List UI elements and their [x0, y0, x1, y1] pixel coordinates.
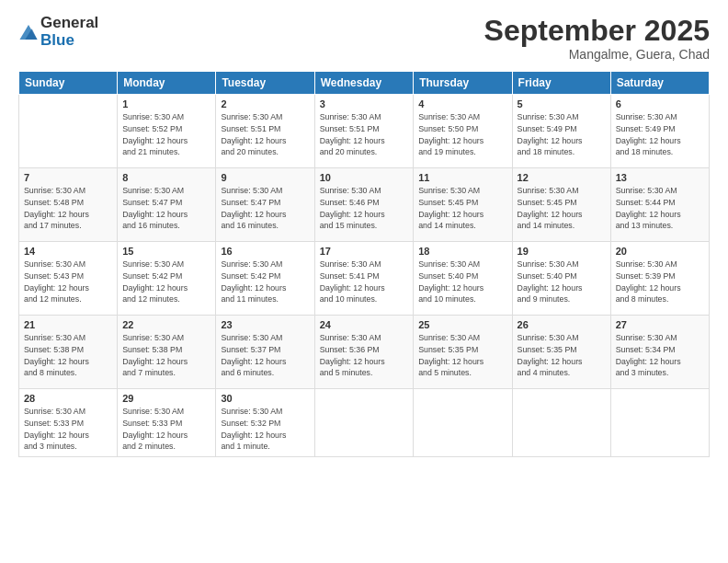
day-info: Sunrise: 5:30 AMSunset: 5:45 PMDaylight:…	[418, 185, 506, 232]
day-info: Sunrise: 5:30 AMSunset: 5:48 PMDaylight:…	[24, 185, 112, 232]
day-info: Sunrise: 5:30 AMSunset: 5:34 PMDaylight:…	[616, 332, 704, 379]
day-info: Sunrise: 5:30 AMSunset: 5:37 PMDaylight:…	[221, 332, 309, 379]
calendar-cell: 3Sunrise: 5:30 AMSunset: 5:51 PMDaylight…	[314, 95, 414, 168]
calendar-cell: 8Sunrise: 5:30 AMSunset: 5:47 PMDaylight…	[118, 168, 216, 242]
day-info: Sunrise: 5:30 AMSunset: 5:42 PMDaylight:…	[122, 259, 210, 305]
day-number: 20	[616, 246, 704, 257]
calendar-cell: 23Sunrise: 5:30 AMSunset: 5:37 PMDayligh…	[216, 316, 314, 389]
day-info: Sunrise: 5:30 AMSunset: 5:33 PMDaylight:…	[24, 406, 112, 453]
week-row-5: 28Sunrise: 5:30 AMSunset: 5:33 PMDayligh…	[19, 389, 710, 457]
day-number: 17	[320, 246, 409, 257]
day-info: Sunrise: 5:30 AMSunset: 5:33 PMDaylight:…	[122, 406, 210, 453]
day-info: Sunrise: 5:30 AMSunset: 5:47 PMDaylight:…	[221, 185, 309, 232]
week-row-3: 14Sunrise: 5:30 AMSunset: 5:43 PMDayligh…	[19, 242, 710, 316]
week-row-2: 7Sunrise: 5:30 AMSunset: 5:48 PMDaylight…	[19, 168, 710, 242]
calendar-cell: 13Sunrise: 5:30 AMSunset: 5:44 PMDayligh…	[610, 168, 709, 242]
week-row-4: 21Sunrise: 5:30 AMSunset: 5:38 PMDayligh…	[19, 316, 710, 389]
day-number: 18	[418, 246, 506, 257]
day-number: 7	[24, 172, 112, 183]
calendar-cell: 10Sunrise: 5:30 AMSunset: 5:46 PMDayligh…	[314, 168, 414, 242]
calendar-cell	[512, 389, 610, 457]
calendar-cell: 2Sunrise: 5:30 AMSunset: 5:51 PMDaylight…	[216, 95, 314, 168]
day-number: 22	[122, 319, 210, 330]
calendar-cell: 24Sunrise: 5:30 AMSunset: 5:36 PMDayligh…	[314, 316, 414, 389]
day-info: Sunrise: 5:30 AMSunset: 5:36 PMDaylight:…	[320, 332, 409, 379]
day-number: 2	[221, 98, 309, 109]
weekday-wednesday: Wednesday	[314, 72, 414, 95]
day-info: Sunrise: 5:30 AMSunset: 5:49 PMDaylight:…	[616, 111, 704, 158]
calendar-cell: 17Sunrise: 5:30 AMSunset: 5:41 PMDayligh…	[314, 242, 414, 316]
calendar-cell	[610, 389, 709, 457]
day-number: 9	[221, 172, 309, 183]
day-number: 6	[616, 98, 704, 109]
day-number: 11	[418, 172, 506, 183]
weekday-sunday: Sunday	[19, 72, 118, 95]
day-number: 3	[320, 98, 409, 109]
day-info: Sunrise: 5:30 AMSunset: 5:38 PMDaylight:…	[122, 332, 210, 379]
day-info: Sunrise: 5:30 AMSunset: 5:42 PMDaylight:…	[221, 259, 309, 305]
day-number: 25	[418, 319, 506, 330]
calendar-cell: 15Sunrise: 5:30 AMSunset: 5:42 PMDayligh…	[118, 242, 216, 316]
weekday-tuesday: Tuesday	[216, 72, 314, 95]
calendar-cell: 11Sunrise: 5:30 AMSunset: 5:45 PMDayligh…	[414, 168, 512, 242]
day-number: 29	[122, 393, 210, 404]
day-info: Sunrise: 5:30 AMSunset: 5:45 PMDaylight:…	[518, 185, 606, 232]
day-info: Sunrise: 5:30 AMSunset: 5:40 PMDaylight:…	[518, 259, 606, 305]
day-number: 23	[221, 319, 309, 330]
day-info: Sunrise: 5:30 AMSunset: 5:35 PMDaylight:…	[518, 332, 606, 379]
title-block: September 2025 Mangalme, Guera, Chad	[484, 15, 710, 62]
month-title: September 2025	[484, 15, 710, 47]
day-info: Sunrise: 5:30 AMSunset: 5:51 PMDaylight:…	[221, 111, 309, 158]
day-number: 13	[616, 172, 704, 183]
day-info: Sunrise: 5:30 AMSunset: 5:52 PMDaylight:…	[122, 111, 210, 158]
calendar-cell: 26Sunrise: 5:30 AMSunset: 5:35 PMDayligh…	[512, 316, 610, 389]
day-info: Sunrise: 5:30 AMSunset: 5:41 PMDaylight:…	[320, 259, 409, 305]
week-row-1: 1Sunrise: 5:30 AMSunset: 5:52 PMDaylight…	[19, 95, 710, 168]
day-number: 5	[518, 98, 606, 109]
weekday-monday: Monday	[118, 72, 216, 95]
calendar-cell: 27Sunrise: 5:30 AMSunset: 5:34 PMDayligh…	[610, 316, 709, 389]
page: General Blue September 2025 Mangalme, Gu…	[0, 0, 728, 563]
calendar-cell: 4Sunrise: 5:30 AMSunset: 5:50 PMDaylight…	[414, 95, 512, 168]
logo-text: General Blue	[40, 15, 98, 49]
calendar-cell: 30Sunrise: 5:30 AMSunset: 5:32 PMDayligh…	[216, 389, 314, 457]
weekday-saturday: Saturday	[610, 72, 709, 95]
day-number: 28	[24, 393, 112, 404]
calendar-cell: 18Sunrise: 5:30 AMSunset: 5:40 PMDayligh…	[414, 242, 512, 316]
calendar-cell: 14Sunrise: 5:30 AMSunset: 5:43 PMDayligh…	[19, 242, 118, 316]
calendar-cell: 20Sunrise: 5:30 AMSunset: 5:39 PMDayligh…	[610, 242, 709, 316]
day-info: Sunrise: 5:30 AMSunset: 5:38 PMDaylight:…	[24, 332, 112, 379]
day-number: 30	[221, 393, 309, 404]
day-number: 15	[122, 246, 210, 257]
weekday-friday: Friday	[512, 72, 610, 95]
calendar-cell	[19, 95, 118, 168]
day-number: 14	[24, 246, 112, 257]
day-number: 16	[221, 246, 309, 257]
calendar-cell	[414, 389, 512, 457]
day-number: 8	[122, 172, 210, 183]
day-number: 12	[518, 172, 606, 183]
day-number: 10	[320, 172, 409, 183]
calendar-cell: 12Sunrise: 5:30 AMSunset: 5:45 PMDayligh…	[512, 168, 610, 242]
logo-icon	[18, 22, 39, 42]
day-number: 27	[616, 319, 704, 330]
calendar-cell: 19Sunrise: 5:30 AMSunset: 5:40 PMDayligh…	[512, 242, 610, 316]
day-info: Sunrise: 5:30 AMSunset: 5:39 PMDaylight:…	[616, 259, 704, 305]
day-info: Sunrise: 5:30 AMSunset: 5:46 PMDaylight:…	[320, 185, 409, 232]
calendar-cell: 22Sunrise: 5:30 AMSunset: 5:38 PMDayligh…	[118, 316, 216, 389]
calendar-cell: 5Sunrise: 5:30 AMSunset: 5:49 PMDaylight…	[512, 95, 610, 168]
day-info: Sunrise: 5:30 AMSunset: 5:32 PMDaylight:…	[221, 406, 309, 453]
calendar-cell	[314, 389, 414, 457]
calendar-cell: 16Sunrise: 5:30 AMSunset: 5:42 PMDayligh…	[216, 242, 314, 316]
logo-blue: Blue	[40, 32, 98, 50]
day-info: Sunrise: 5:30 AMSunset: 5:40 PMDaylight:…	[418, 259, 506, 305]
calendar-cell: 28Sunrise: 5:30 AMSunset: 5:33 PMDayligh…	[19, 389, 118, 457]
day-info: Sunrise: 5:30 AMSunset: 5:35 PMDaylight:…	[418, 332, 506, 379]
weekday-header-row: SundayMondayTuesdayWednesdayThursdayFrid…	[19, 72, 710, 95]
calendar-cell: 1Sunrise: 5:30 AMSunset: 5:52 PMDaylight…	[118, 95, 216, 168]
logo-general: General	[40, 15, 98, 32]
calendar-cell: 29Sunrise: 5:30 AMSunset: 5:33 PMDayligh…	[118, 389, 216, 457]
day-info: Sunrise: 5:30 AMSunset: 5:49 PMDaylight:…	[518, 111, 606, 158]
header: General Blue September 2025 Mangalme, Gu…	[18, 15, 710, 62]
calendar-cell: 25Sunrise: 5:30 AMSunset: 5:35 PMDayligh…	[414, 316, 512, 389]
